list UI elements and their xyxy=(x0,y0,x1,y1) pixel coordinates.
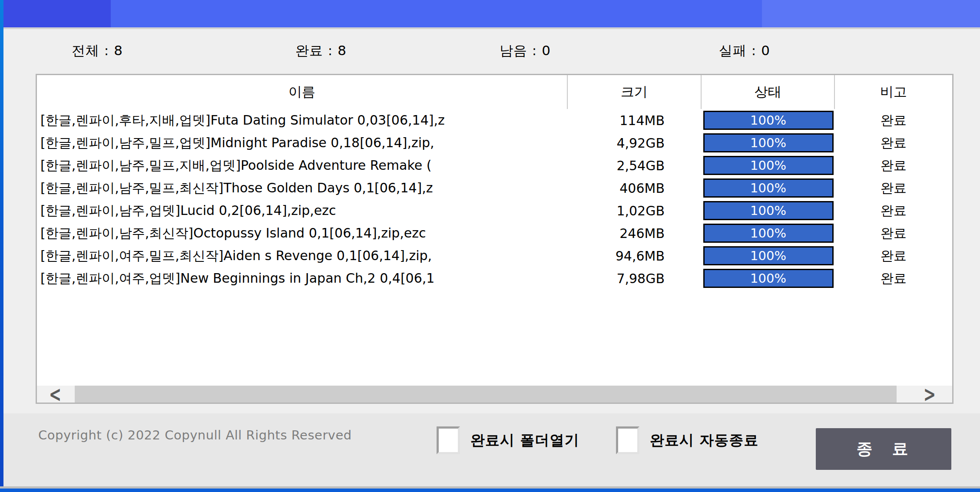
auto-exit-checkbox-label[interactable]: 완료시 자동종료 xyxy=(650,431,759,450)
bottom-window-edge xyxy=(0,489,980,492)
file-name: [한글,렌파이,남주,최신작]Octopussy Island 0,1[06,1… xyxy=(37,225,568,242)
scrollbar-thumb[interactable] xyxy=(75,386,897,403)
status-cell: 100% xyxy=(702,156,835,175)
table-row[interactable]: [한글,렌파이,여주,업뎃]New Beginnings in Japan Ch… xyxy=(37,267,952,290)
progress-bar: 100% xyxy=(703,246,834,265)
stat-completed: 완료 : 8 xyxy=(295,42,347,60)
file-name: [한글,렌파이,남주,밀프,지배,업뎃]Poolside Adventure R… xyxy=(37,157,568,175)
status-cell: 100% xyxy=(702,111,835,130)
open-folder-checkbox-label[interactable]: 완료시 폴더열기 xyxy=(470,431,579,450)
status-note: 완료 xyxy=(835,157,952,175)
list-rows: [한글,렌파이,후타,지배,업뎃]Futa Dating Simulator 0… xyxy=(37,109,952,290)
table-row[interactable]: [한글,렌파이,남주,밀프,지배,업뎃]Poolside Adventure R… xyxy=(37,154,952,177)
file-name: [한글,렌파이,여주,밀프,최신작]Aiden s Revenge 0,1[06… xyxy=(37,247,568,265)
horizontal-scrollbar[interactable]: < > xyxy=(37,386,952,403)
progress-bar: 100% xyxy=(703,133,834,152)
list-header: 이름 크기 상태 비고 xyxy=(37,75,952,109)
status-cell: 100% xyxy=(702,133,835,152)
copyright-text: Copyright (c) 2022 Copynull All Rights R… xyxy=(38,428,352,442)
status-cell: 100% xyxy=(702,224,835,243)
title-bar[interactable] xyxy=(3,0,980,27)
progress-text: 100% xyxy=(705,202,832,219)
file-size: 94,6MB xyxy=(568,248,702,264)
progress-bar: 100% xyxy=(703,269,834,288)
open-folder-checkbox[interactable] xyxy=(437,426,460,454)
file-name: [한글,렌파이,남주,밀프,최신작]Those Golden Days 0,1[… xyxy=(37,179,568,197)
table-row[interactable]: [한글,렌파이,남주,업뎃]Lucid 0,2[06,14],zip,ezc 1… xyxy=(37,199,952,222)
title-bar-segment-mid xyxy=(111,0,762,27)
progress-bar: 100% xyxy=(703,224,834,243)
status-cell: 100% xyxy=(702,178,835,198)
table-row[interactable]: [한글,렌파이,후타,지배,업뎃]Futa Dating Simulator 0… xyxy=(37,109,952,132)
stat-remaining: 남음 : 0 xyxy=(500,42,551,60)
status-note: 완료 xyxy=(835,112,952,129)
file-name: [한글,렌파이,남주,밀프,업뎃]Midnight Paradise 0,18[… xyxy=(37,134,568,152)
column-header-note[interactable]: 비고 xyxy=(835,75,952,109)
progress-text: 100% xyxy=(705,248,832,264)
status-cell: 100% xyxy=(702,201,835,220)
file-size: 406MB xyxy=(568,181,702,196)
progress-bar: 100% xyxy=(703,178,834,198)
open-folder-checkbox-group: 완료시 폴더열기 xyxy=(437,426,579,454)
table-row[interactable]: [한글,렌파이,여주,밀프,최신작]Aiden s Revenge 0,1[06… xyxy=(37,244,952,267)
download-list: 이름 크기 상태 비고 [한글,렌파이,후타,지배,업뎃]Futa Dating… xyxy=(36,74,954,404)
progress-text: 100% xyxy=(705,157,832,174)
progress-bar: 100% xyxy=(703,111,834,130)
title-bar-segment-right xyxy=(762,0,980,27)
status-note: 완료 xyxy=(835,225,952,242)
auto-exit-checkbox[interactable] xyxy=(616,426,639,454)
status-cell: 100% xyxy=(702,246,835,265)
title-bar-segment-left xyxy=(3,0,111,27)
progress-text: 100% xyxy=(705,135,832,151)
status-note: 완료 xyxy=(835,179,952,197)
column-header-status[interactable]: 상태 xyxy=(702,75,835,109)
progress-bar: 100% xyxy=(703,201,834,220)
download-manager-window: 전체 : 8 완료 : 8 남음 : 0 실패 : 0 이름 크기 상태 비고 … xyxy=(0,0,980,492)
status-note: 완료 xyxy=(835,247,952,265)
file-size: 2,54GB xyxy=(568,158,702,173)
file-size: 4,92GB xyxy=(568,135,702,151)
stat-failed: 실패 : 0 xyxy=(719,42,770,60)
auto-exit-checkbox-group: 완료시 자동종료 xyxy=(616,426,759,454)
file-size: 246MB xyxy=(568,226,702,241)
status-note: 완료 xyxy=(835,134,952,152)
progress-text: 100% xyxy=(705,180,832,196)
progress-text: 100% xyxy=(705,112,832,129)
status-note: 완료 xyxy=(835,270,952,287)
file-name: [한글,렌파이,남주,업뎃]Lucid 0,2[06,14],zip,ezc xyxy=(37,202,568,220)
column-header-size[interactable]: 크기 xyxy=(568,75,702,109)
file-size: 7,98GB xyxy=(568,271,702,286)
stat-total: 전체 : 8 xyxy=(72,42,123,60)
status-note: 완료 xyxy=(835,202,952,220)
status-cell: 100% xyxy=(702,269,835,288)
file-size: 114MB xyxy=(568,113,702,128)
scroll-left-icon[interactable]: < xyxy=(42,386,68,403)
table-row[interactable]: [한글,렌파이,남주,최신작]Octopussy Island 0,1[06,1… xyxy=(37,222,952,244)
file-name: [한글,렌파이,후타,지배,업뎃]Futa Dating Simulator 0… xyxy=(37,112,568,129)
column-header-name[interactable]: 이름 xyxy=(37,75,568,109)
exit-button[interactable]: 종 료 xyxy=(816,428,951,470)
progress-text: 100% xyxy=(705,270,832,287)
file-size: 1,02GB xyxy=(568,203,702,218)
left-window-edge xyxy=(0,0,3,492)
progress-bar: 100% xyxy=(703,156,834,175)
table-row[interactable]: [한글,렌파이,남주,밀프,업뎃]Midnight Paradise 0,18[… xyxy=(37,132,952,154)
table-row[interactable]: [한글,렌파이,남주,밀프,최신작]Those Golden Days 0,1[… xyxy=(37,177,952,199)
scroll-right-icon[interactable]: > xyxy=(917,386,943,403)
title-bar-divider xyxy=(3,27,980,29)
progress-text: 100% xyxy=(705,225,832,241)
file-name: [한글,렌파이,여주,업뎃]New Beginnings in Japan Ch… xyxy=(37,270,568,287)
